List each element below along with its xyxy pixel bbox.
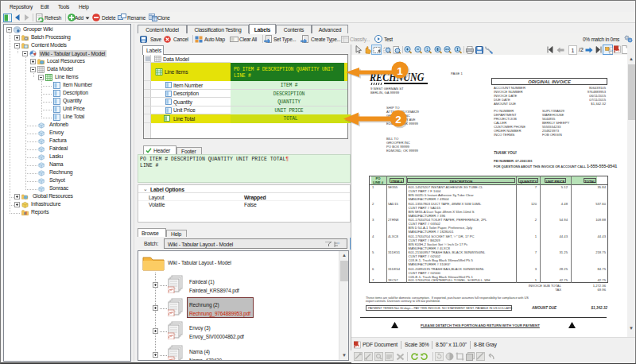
svg-text:1: 1 — [397, 65, 403, 77]
svg-text:2: 2 — [395, 114, 401, 126]
